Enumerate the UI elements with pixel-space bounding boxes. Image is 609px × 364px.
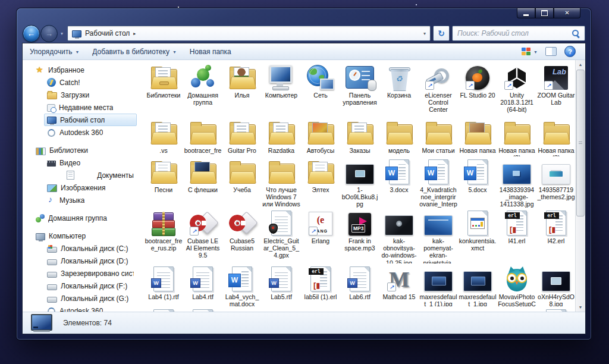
- grid-item[interactable]: oXnH4rySdO8.jpg: [536, 263, 575, 306]
- grid-item[interactable]: Mathcad 15: [379, 263, 419, 306]
- grid-item[interactable]: Frank in space.mp3: [340, 208, 379, 263]
- grid-item[interactable]: maxresdefault_1.jpg: [458, 263, 497, 306]
- grid-item[interactable]: bootracer_free_rus.zip: [144, 208, 183, 263]
- grid-item[interactable]: Unity 2018.3.12f1 (64-bit): [497, 62, 536, 117]
- scroll-down-icon[interactable]: ▼: [576, 303, 585, 312]
- sidebar-item[interactable]: Загрузки: [44, 89, 137, 101]
- new-folder-button[interactable]: Новая папка: [190, 48, 231, 56]
- sidebar-item[interactable]: Документы: [44, 169, 137, 181]
- grid-item[interactable]: konkurentsia.xmct: [458, 208, 497, 263]
- grid-item[interactable]: Панель управления: [340, 62, 379, 117]
- grid-item[interactable]: Домашняя группа: [183, 62, 222, 117]
- close-button[interactable]: ✕: [554, 8, 580, 18]
- grid-item[interactable]: Electric_Guitar_Clean_5_4.gpx: [262, 208, 301, 263]
- grid-item[interactable]: Guitar Pro: [222, 117, 262, 156]
- grid-item[interactable]: [419, 306, 458, 312]
- minimize-button[interactable]: [517, 8, 535, 18]
- grid-item[interactable]: модель: [379, 117, 419, 156]
- grid-item[interactable]: FL Studio 20: [458, 62, 497, 117]
- grid-item[interactable]: Erlang: [301, 208, 340, 263]
- sidebar-item[interactable]: Локальный диск (C:): [44, 242, 137, 255]
- grid-item[interactable]: Lab4 (1).rtf: [144, 263, 183, 306]
- change-view-button[interactable]: ▼: [522, 48, 538, 55]
- grid-item[interactable]: [222, 306, 262, 312]
- grid-item[interactable]: .vs: [144, 117, 183, 156]
- sidebar-item[interactable]: Музыка: [44, 194, 137, 206]
- grid-item[interactable]: [262, 306, 301, 312]
- grid-item[interactable]: [183, 306, 222, 312]
- grid-item[interactable]: Учеба: [222, 156, 262, 208]
- sidebar-item[interactable]: Недавние места: [44, 101, 137, 114]
- grid-item[interactable]: Песни: [144, 156, 183, 208]
- preview-pane-icon[interactable]: [545, 47, 557, 56]
- breadcrumb-arrow-icon[interactable]: ▸: [133, 31, 136, 36]
- grid-item[interactable]: 1-bOo9LBku8.jpg: [340, 156, 379, 208]
- grid-item[interactable]: [497, 306, 536, 312]
- grid-item[interactable]: С флешки: [183, 156, 222, 208]
- sidebar-item[interactable]: Локальный диск (F:): [44, 280, 137, 292]
- grid-item[interactable]: Библиотеки: [144, 62, 183, 117]
- grid-item[interactable]: Lab6.rtf: [340, 263, 379, 306]
- grid-item[interactable]: Элтех: [301, 156, 340, 208]
- scrollbar-thumb[interactable]: [576, 70, 585, 216]
- grid-item[interactable]: Lab5.rtf: [262, 263, 301, 306]
- back-button[interactable]: ←: [23, 25, 40, 42]
- grid-item[interactable]: Мои статьи: [419, 117, 458, 156]
- grid-item[interactable]: Корзина: [379, 62, 419, 117]
- sidebar-item[interactable]: Рабочий стол: [44, 114, 137, 126]
- sidebar-group-header[interactable]: Компьютер: [23, 230, 142, 242]
- grid-item[interactable]: 4_Kvadratichnoe_intergrirovanie_Interpol…: [419, 156, 458, 208]
- grid-item[interactable]: Cubase5 Russian: [222, 208, 262, 263]
- address-dropdown-icon[interactable]: ▾: [423, 31, 426, 36]
- vertical-scrollbar[interactable]: ▲ ▼: [575, 60, 585, 312]
- add-to-library-button[interactable]: Добавить в библиотеку▼: [92, 48, 176, 56]
- grid-item[interactable]: Заказы: [340, 117, 379, 156]
- search-box[interactable]: Поиск: Рабочий стол: [452, 26, 585, 41]
- grid-item[interactable]: maxresdefault_1 (1).jpg: [419, 263, 458, 306]
- grid-item[interactable]: [340, 306, 379, 312]
- recent-pages-chevron-icon[interactable]: ▾: [61, 31, 63, 36]
- grid-item[interactable]: Lab4_vych_mat.docx: [222, 263, 262, 306]
- grid-item[interactable]: Новая папка (3): [536, 117, 575, 156]
- grid-item[interactable]: Cubase LE AI Elements 9.5: [183, 208, 222, 263]
- grid-item[interactable]: [301, 306, 340, 312]
- grid-item[interactable]: 1438339394_image-1411338.jpg: [497, 156, 536, 208]
- scroll-up-icon[interactable]: ▲: [576, 60, 585, 69]
- grid-item[interactable]: 1493587719_themes2.jpg: [536, 156, 575, 208]
- grid-item[interactable]: Razdatka: [262, 117, 301, 156]
- grid-item[interactable]: Компьютер: [262, 62, 301, 117]
- grid-item[interactable]: Новая папка: [458, 117, 497, 156]
- sidebar-group-header[interactable]: Библиотеки: [23, 145, 142, 156]
- grid-item[interactable]: [458, 306, 497, 312]
- address-location[interactable]: Рабочий стол: [85, 29, 130, 37]
- sidebar-item[interactable]: Зарезервировано системой (E:): [44, 267, 137, 280]
- grid-item[interactable]: Новая папка (2): [497, 117, 536, 156]
- grid-item[interactable]: kak-pomenyat-ekran-privetstvia-windows7-…: [419, 208, 458, 263]
- title-bar[interactable]: ✕: [17, 8, 591, 24]
- refresh-button[interactable]: ↻: [433, 26, 450, 41]
- sidebar-item[interactable]: Autodesk 360: [44, 126, 137, 139]
- grid-item[interactable]: Сеть: [301, 62, 340, 117]
- grid-item[interactable]: bootracer_free_rus: [183, 117, 222, 156]
- maximize-button[interactable]: [535, 8, 554, 18]
- grid-item[interactable]: Илья: [222, 62, 262, 117]
- sidebar-item[interactable]: Локальный диск (D:): [44, 255, 137, 267]
- grid-item[interactable]: kak-obnovitsya-do-windows-10-25.jpg: [379, 208, 419, 263]
- sidebar-group-header[interactable]: Избранное: [23, 64, 142, 76]
- grid-item[interactable]: Что лучше Windows 7 или Windows ...: [262, 156, 301, 208]
- grid-item[interactable]: eLicenser Control Center: [419, 62, 458, 117]
- grid-item[interactable]: MovaviPhotoFocusSetupC.exe: [497, 263, 536, 306]
- grid-item[interactable]: l42.erl: [536, 208, 575, 263]
- grid-item[interactable]: [379, 306, 419, 312]
- file-list-area[interactable]: БиблиотекиДомашняя группаИльяКомпьютерСе…: [142, 60, 575, 312]
- sidebar-item[interactable]: Catch!: [44, 76, 137, 89]
- grid-item[interactable]: 5.docx: [458, 156, 497, 208]
- grid-item[interactable]: lab5il (1).erl: [301, 263, 340, 306]
- organize-button[interactable]: Упорядочить▼: [30, 48, 79, 56]
- sidebar-item[interactable]: Autodesk 360: [44, 305, 137, 312]
- sidebar-group-header[interactable]: Домашняя группа: [23, 212, 142, 224]
- grid-item[interactable]: [536, 306, 575, 312]
- grid-item[interactable]: ZOOM Guitar Lab: [536, 62, 575, 117]
- grid-item[interactable]: Автобусы видят сны: [301, 117, 340, 156]
- sidebar-item[interactable]: Локальный диск (G:): [44, 292, 137, 305]
